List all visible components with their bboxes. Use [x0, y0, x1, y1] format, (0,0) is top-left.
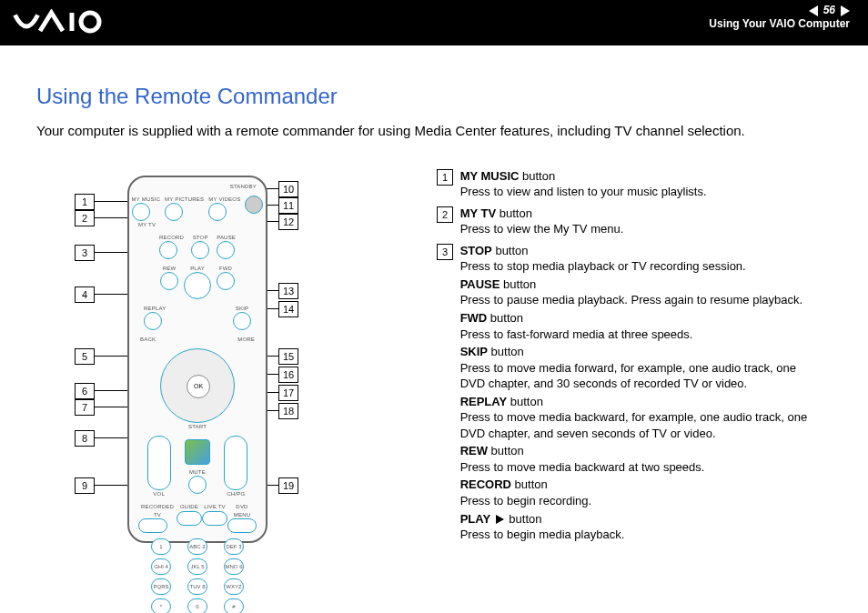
replay-label: REPLAY: [144, 305, 166, 312]
callout-box: 7: [75, 399, 95, 416]
skip-label: SKIP: [233, 305, 251, 312]
livetv-label: LIVE TV: [202, 503, 227, 510]
desc-number: 3: [437, 244, 453, 260]
numkey: #: [224, 598, 244, 613]
record-button: [159, 241, 177, 259]
description-list: 1 MY MUSIC button Press to view and list…: [437, 168, 846, 548]
desc-sub: RECORD button Press to begin recording.: [460, 477, 824, 508]
numkey: 0: [187, 598, 207, 613]
callout-box: 17: [278, 385, 298, 401]
callout-box: 6: [75, 383, 95, 399]
numkey: ABC 2: [187, 538, 207, 555]
leader-line: [95, 252, 131, 253]
play-icon: [496, 515, 504, 524]
remote-illustration: STANDBY MY MUSIC MY PICTURES MY VIDEOS: [127, 176, 267, 543]
my-pictures-button: [165, 203, 183, 221]
desc-title-suffix: button: [507, 395, 543, 408]
replay-button: [144, 312, 162, 330]
desc-text: Press to move media backward, for exampl…: [460, 410, 808, 440]
desc-title: PAUSE: [460, 277, 500, 291]
desc-title: REPLAY: [460, 395, 508, 408]
svg-rect-0: [70, 13, 75, 31]
desc-item-3: 3 STOP button Press to stop media playba…: [437, 243, 846, 543]
leader-line: [95, 390, 131, 391]
desc-title-suffix: button: [487, 311, 523, 325]
numkey: GHI 4: [151, 558, 171, 575]
stop-button: [191, 241, 209, 259]
ch-label: CH/PG: [224, 490, 247, 497]
callout-box: 10: [278, 181, 298, 197]
myvideos-label: MY VIDEOS: [208, 196, 240, 203]
fwd-button: [217, 272, 235, 290]
ok-button: OK: [187, 375, 210, 398]
svg-point-1: [81, 13, 99, 31]
numkey: DEF 3: [224, 538, 244, 555]
fwd-label: FWD: [217, 265, 235, 272]
desc-title: FWD: [460, 311, 488, 325]
desc-item-2: 2 MY TV button Press to view the My TV m…: [437, 206, 846, 237]
intro-text: Your computer is supplied with a remote …: [36, 122, 846, 140]
page-title: Using the Remote Commander: [36, 82, 846, 111]
remote-diagram: 1 2 3 4 5 6 7 8 9 10: [36, 168, 400, 550]
numkey: MNO 6: [224, 558, 244, 575]
breadcrumb: Using Your VAIO Computer: [709, 17, 850, 31]
number-pad: 1 ABC 2 DEF 3 GHI 4 JKL 5 MNO 6 PQRS 7 T…: [147, 538, 247, 613]
desc-text: Press to view the My TV menu.: [460, 222, 624, 236]
mypictures-label: MY PICTURES: [165, 196, 204, 203]
desc-text: Press to begin recording.: [460, 494, 592, 507]
desc-text: Press to stop media playback or TV recor…: [460, 259, 746, 273]
callout-box: 18: [278, 403, 298, 419]
live-tv-button: [202, 511, 227, 526]
page-body: Using the Remote Commander Your computer…: [0, 45, 868, 550]
rew-button: [160, 272, 178, 290]
mytv-label: MY TV: [129, 221, 266, 228]
desc-title: MY MUSIC: [460, 169, 520, 183]
callout-box: 9: [75, 477, 95, 494]
leader-line: [95, 407, 131, 407]
rectv-label: RECORDED TV: [138, 503, 177, 518]
desc-number: 2: [437, 206, 453, 223]
dpad: OK: [160, 348, 235, 423]
desc-sub: REPLAY button Press to move media backwa…: [460, 394, 824, 442]
desc-number: 1: [437, 169, 453, 186]
callout-box: 12: [278, 214, 298, 230]
callout-box: 11: [278, 197, 298, 214]
desc-title: MY TV: [460, 206, 497, 220]
desc-title-suffix: button: [488, 345, 524, 358]
volume-rocker: [147, 436, 171, 490]
recorded-tv-button: [138, 518, 167, 533]
numkey: TUV 8: [187, 578, 207, 595]
skip-button: [233, 312, 251, 330]
desc-title: PLAY: [460, 512, 490, 526]
numkey: WXYZ 9: [224, 578, 244, 595]
pause-label: PAUSE: [217, 234, 236, 241]
numkey: JKL 5: [187, 558, 207, 575]
my-videos-button: [208, 203, 227, 221]
mute-button: [188, 476, 207, 494]
guide-label: GUIDE: [177, 503, 202, 510]
callout-box: 1: [75, 194, 95, 210]
callout-box: 15: [278, 348, 298, 365]
vaio-logo-icon: [13, 9, 104, 35]
mute-label: MUTE: [185, 468, 210, 476]
leader-line: [95, 294, 131, 295]
desc-text: Press to view and listen to your music p…: [460, 185, 707, 198]
next-page-icon[interactable]: [841, 5, 850, 16]
header-bar: 56 Using Your VAIO Computer: [0, 0, 868, 45]
callout-box: 4: [75, 286, 95, 303]
prev-page-icon[interactable]: [809, 5, 818, 16]
callout-box: 2: [75, 210, 95, 226]
callout-box: 3: [75, 245, 95, 261]
desc-sub: REW button Press to move media backward …: [460, 443, 824, 475]
desc-sub: PLAY button Press to begin media playbac…: [460, 511, 824, 543]
desc-title: RECORD: [460, 477, 511, 491]
rew-label: REW: [160, 265, 178, 272]
desc-title-suffix: button: [506, 512, 542, 526]
dvd-menu-button: [227, 518, 257, 533]
guide-button: [177, 511, 202, 526]
desc-title-suffix: button: [496, 206, 532, 220]
numkey: 1: [151, 538, 171, 555]
start-windows-button: [185, 439, 210, 465]
dvdmenu-label: DVD MENU: [227, 503, 257, 518]
vol-label: VOL: [147, 490, 171, 497]
